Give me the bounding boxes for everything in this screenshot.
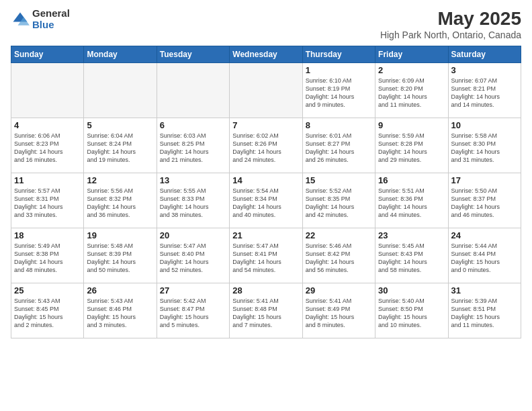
day-number: 1 xyxy=(306,65,372,75)
day-info: Sunrise: 5:42 AM Sunset: 8:47 PM Dayligh… xyxy=(160,297,226,330)
day-info: Sunrise: 5:58 AM Sunset: 8:30 PM Dayligh… xyxy=(451,132,518,165)
table-row: 21Sunrise: 5:47 AM Sunset: 8:41 PM Dayli… xyxy=(230,228,302,283)
day-info: Sunrise: 6:09 AM Sunset: 8:20 PM Dayligh… xyxy=(378,77,445,109)
day-number: 11 xyxy=(14,175,81,185)
table-row: 28Sunrise: 5:41 AM Sunset: 8:48 PM Dayli… xyxy=(230,283,302,338)
day-number: 7 xyxy=(232,120,299,130)
table-row: 14Sunrise: 5:54 AM Sunset: 8:34 PM Dayli… xyxy=(230,173,302,228)
day-info: Sunrise: 5:43 AM Sunset: 8:45 PM Dayligh… xyxy=(14,297,81,330)
day-number: 2 xyxy=(378,65,445,75)
day-info: Sunrise: 5:52 AM Sunset: 8:35 PM Dayligh… xyxy=(306,187,372,220)
header-tuesday: Tuesday xyxy=(157,46,229,63)
table-row: 5Sunrise: 6:04 AM Sunset: 8:24 PM Daylig… xyxy=(84,118,157,173)
day-info: Sunrise: 6:01 AM Sunset: 8:27 PM Dayligh… xyxy=(306,132,372,165)
header-saturday: Saturday xyxy=(448,46,521,63)
table-row: 3Sunrise: 6:07 AM Sunset: 8:21 PM Daylig… xyxy=(448,63,521,118)
day-number: 14 xyxy=(232,175,299,185)
day-number: 23 xyxy=(378,230,445,240)
table-row: 15Sunrise: 5:52 AM Sunset: 8:35 PM Dayli… xyxy=(302,173,375,228)
day-info: Sunrise: 5:40 AM Sunset: 8:50 PM Dayligh… xyxy=(378,297,445,330)
day-info: Sunrise: 5:54 AM Sunset: 8:34 PM Dayligh… xyxy=(232,187,299,220)
day-number: 8 xyxy=(306,120,372,130)
day-info: Sunrise: 5:57 AM Sunset: 8:31 PM Dayligh… xyxy=(14,187,81,220)
table-row: 23Sunrise: 5:45 AM Sunset: 8:43 PM Dayli… xyxy=(375,228,448,283)
day-info: Sunrise: 5:41 AM Sunset: 8:49 PM Dayligh… xyxy=(306,297,372,330)
day-number: 27 xyxy=(160,285,226,295)
day-info: Sunrise: 5:49 AM Sunset: 8:38 PM Dayligh… xyxy=(14,242,81,275)
table-row: 25Sunrise: 5:43 AM Sunset: 8:45 PM Dayli… xyxy=(11,283,84,338)
day-info: Sunrise: 5:39 AM Sunset: 8:51 PM Dayligh… xyxy=(451,297,518,330)
day-number: 6 xyxy=(160,120,226,130)
calendar-row: 25Sunrise: 5:43 AM Sunset: 8:45 PM Dayli… xyxy=(11,283,521,338)
day-number: 13 xyxy=(160,175,226,185)
table-row: 17Sunrise: 5:50 AM Sunset: 8:37 PM Dayli… xyxy=(448,173,521,228)
table-row: 7Sunrise: 6:02 AM Sunset: 8:26 PM Daylig… xyxy=(230,118,302,173)
table-row: 19Sunrise: 5:48 AM Sunset: 8:39 PM Dayli… xyxy=(84,228,157,283)
day-info: Sunrise: 5:41 AM Sunset: 8:48 PM Dayligh… xyxy=(232,297,299,330)
day-info: Sunrise: 5:45 AM Sunset: 8:43 PM Dayligh… xyxy=(378,242,445,275)
day-number: 20 xyxy=(160,230,226,240)
table-row xyxy=(84,63,157,118)
header-friday: Friday xyxy=(375,46,448,63)
day-number: 19 xyxy=(87,230,153,240)
day-number: 21 xyxy=(232,230,299,240)
calendar-row: 11Sunrise: 5:57 AM Sunset: 8:31 PM Dayli… xyxy=(11,173,521,228)
day-number: 10 xyxy=(451,120,518,130)
day-info: Sunrise: 6:10 AM Sunset: 8:19 PM Dayligh… xyxy=(306,77,372,109)
table-row: 22Sunrise: 5:46 AM Sunset: 8:42 PM Dayli… xyxy=(302,228,375,283)
table-row: 4Sunrise: 6:06 AM Sunset: 8:23 PM Daylig… xyxy=(11,118,84,173)
logo-text: General Blue xyxy=(32,8,70,30)
logo-blue: Blue xyxy=(32,19,70,31)
title-block: May 2025 High Park North, Ontario, Canad… xyxy=(380,8,521,40)
weekday-header-row: Sunday Monday Tuesday Wednesday Thursday… xyxy=(11,46,521,63)
table-row: 27Sunrise: 5:42 AM Sunset: 8:47 PM Dayli… xyxy=(157,283,229,338)
day-number: 18 xyxy=(14,230,81,240)
day-info: Sunrise: 5:56 AM Sunset: 8:32 PM Dayligh… xyxy=(87,187,153,220)
day-info: Sunrise: 5:47 AM Sunset: 8:41 PM Dayligh… xyxy=(232,242,299,275)
day-number: 9 xyxy=(378,120,445,130)
day-info: Sunrise: 6:04 AM Sunset: 8:24 PM Dayligh… xyxy=(87,132,153,165)
header-sunday: Sunday xyxy=(11,46,84,63)
day-info: Sunrise: 6:03 AM Sunset: 8:25 PM Dayligh… xyxy=(160,132,226,165)
day-info: Sunrise: 5:59 AM Sunset: 8:28 PM Dayligh… xyxy=(378,132,445,165)
main-title: May 2025 xyxy=(380,8,521,30)
day-number: 4 xyxy=(14,120,81,130)
day-number: 12 xyxy=(87,175,153,185)
table-row: 16Sunrise: 5:51 AM Sunset: 8:36 PM Dayli… xyxy=(375,173,448,228)
day-number: 3 xyxy=(451,65,518,75)
day-number: 25 xyxy=(14,285,81,295)
day-info: Sunrise: 5:47 AM Sunset: 8:40 PM Dayligh… xyxy=(160,242,226,275)
day-number: 15 xyxy=(306,175,372,185)
table-row: 1Sunrise: 6:10 AM Sunset: 8:19 PM Daylig… xyxy=(302,63,375,118)
table-row: 13Sunrise: 5:55 AM Sunset: 8:33 PM Dayli… xyxy=(157,173,229,228)
day-info: Sunrise: 5:50 AM Sunset: 8:37 PM Dayligh… xyxy=(451,187,518,220)
table-row: 10Sunrise: 5:58 AM Sunset: 8:30 PM Dayli… xyxy=(448,118,521,173)
day-number: 17 xyxy=(451,175,518,185)
day-info: Sunrise: 5:44 AM Sunset: 8:44 PM Dayligh… xyxy=(451,242,518,275)
table-row: 29Sunrise: 5:41 AM Sunset: 8:49 PM Dayli… xyxy=(302,283,375,338)
logo-icon xyxy=(11,10,30,29)
header-wednesday: Wednesday xyxy=(230,46,302,63)
page: General Blue May 2025 High Park North, O… xyxy=(0,0,532,411)
table-row xyxy=(11,63,84,118)
header: General Blue May 2025 High Park North, O… xyxy=(11,8,521,40)
calendar-row: 4Sunrise: 6:06 AM Sunset: 8:23 PM Daylig… xyxy=(11,118,521,173)
day-info: Sunrise: 5:43 AM Sunset: 8:46 PM Dayligh… xyxy=(87,297,153,330)
day-number: 22 xyxy=(306,230,372,240)
day-number: 16 xyxy=(378,175,445,185)
day-number: 28 xyxy=(232,285,299,295)
table-row: 12Sunrise: 5:56 AM Sunset: 8:32 PM Dayli… xyxy=(84,173,157,228)
day-number: 31 xyxy=(451,285,518,295)
day-info: Sunrise: 6:06 AM Sunset: 8:23 PM Dayligh… xyxy=(14,132,81,165)
day-info: Sunrise: 5:51 AM Sunset: 8:36 PM Dayligh… xyxy=(378,187,445,220)
logo: General Blue xyxy=(11,8,70,30)
table-row: 8Sunrise: 6:01 AM Sunset: 8:27 PM Daylig… xyxy=(302,118,375,173)
table-row xyxy=(230,63,302,118)
calendar: Sunday Monday Tuesday Wednesday Thursday… xyxy=(11,46,521,338)
table-row: 2Sunrise: 6:09 AM Sunset: 8:20 PM Daylig… xyxy=(375,63,448,118)
day-number: 26 xyxy=(87,285,153,295)
day-info: Sunrise: 5:55 AM Sunset: 8:33 PM Dayligh… xyxy=(160,187,226,220)
table-row: 20Sunrise: 5:47 AM Sunset: 8:40 PM Dayli… xyxy=(157,228,229,283)
day-number: 29 xyxy=(306,285,372,295)
day-number: 24 xyxy=(451,230,518,240)
